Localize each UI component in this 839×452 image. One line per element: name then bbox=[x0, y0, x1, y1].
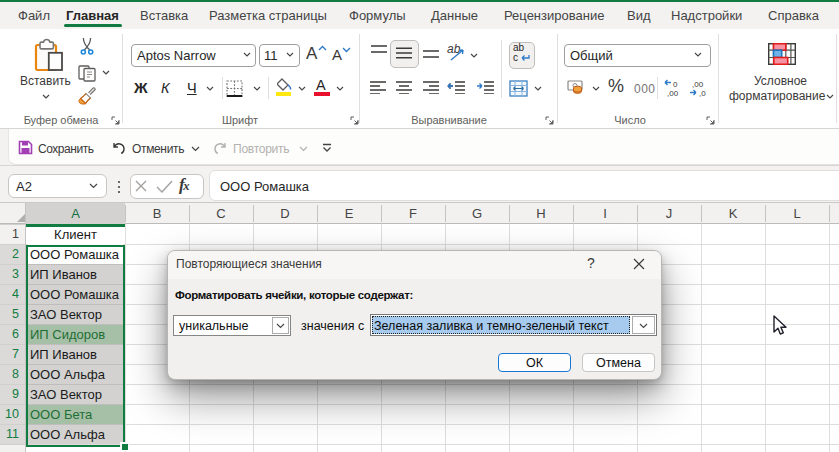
svg-text:,00: ,00 bbox=[667, 89, 679, 97]
svg-text:,00: ,00 bbox=[692, 80, 704, 89]
svg-text:,0: ,0 bbox=[699, 89, 706, 97]
svg-text:0: 0 bbox=[673, 80, 678, 89]
